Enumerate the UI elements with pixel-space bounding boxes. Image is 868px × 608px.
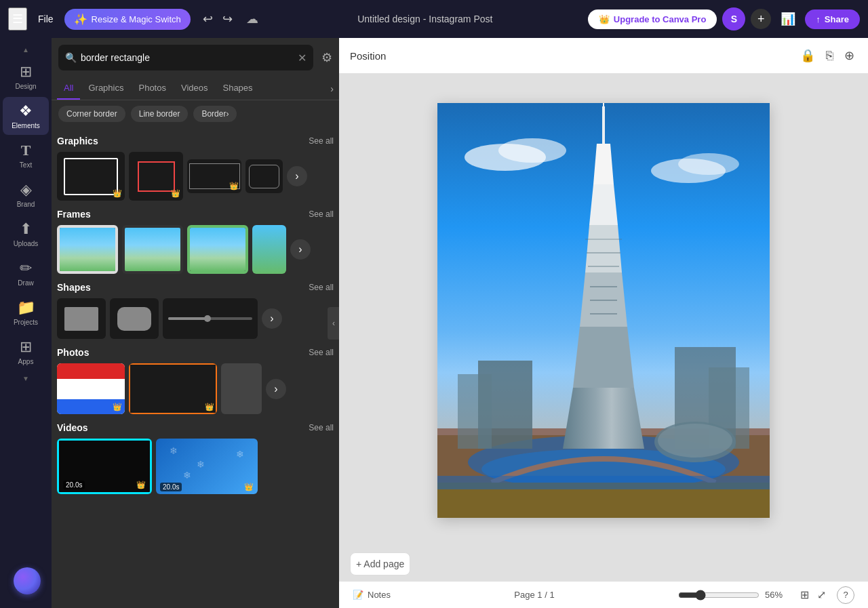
snowflake-2: ❄ xyxy=(197,459,205,470)
sidebar-item-label-draw: Draw xyxy=(18,279,33,287)
svg-point-25 xyxy=(678,153,739,175)
shape-item-1[interactable] xyxy=(57,298,106,339)
sidebar-item-text[interactable]: T Text xyxy=(3,136,49,174)
magic-dot-button[interactable] xyxy=(14,567,41,594)
sidebar-item-draw[interactable]: ✏ Draw xyxy=(3,254,49,292)
upgrade-label: Upgrade to Canva Pro xyxy=(614,14,707,24)
photo-flag: 👑 xyxy=(57,363,125,414)
fullscreen-button[interactable]: ⤢ xyxy=(814,586,829,604)
hide-panel-button[interactable]: ‹ xyxy=(328,307,339,340)
burj-khalifa-svg xyxy=(437,103,770,518)
svg-marker-11 xyxy=(585,225,622,272)
file-menu-button[interactable]: File xyxy=(33,11,59,27)
graphic-item-4[interactable] xyxy=(245,159,283,193)
design-icon: ⊞ xyxy=(20,63,32,81)
tab-photos[interactable]: Photos xyxy=(132,77,172,100)
photo-item-2[interactable]: 👑 xyxy=(129,363,217,414)
shapes-grid: › xyxy=(57,298,334,339)
notes-button[interactable]: 📝 Notes xyxy=(353,590,391,600)
sidebar-item-apps[interactable]: ⊞ Apps xyxy=(3,333,49,371)
filter-chip-border-more[interactable]: Border› xyxy=(193,106,237,122)
crown-badge-1: 👑 xyxy=(113,189,122,198)
sidebar-item-elements[interactable]: ❖ Elements xyxy=(3,97,49,135)
video-item-1[interactable]: 20.0s 👑 xyxy=(57,439,152,494)
add-page-bar: + Add page xyxy=(339,547,868,581)
photos-see-all-button[interactable]: See all xyxy=(309,348,334,357)
filter-chip-corner-border[interactable]: Corner border xyxy=(58,106,125,122)
slider-fill xyxy=(168,317,206,320)
menu-button[interactable]: ☰ xyxy=(8,7,27,31)
frames-see-all-button[interactable]: See all xyxy=(309,209,334,219)
avatar[interactable]: S xyxy=(722,7,745,31)
magic-switch-label: Resize & Magic Switch xyxy=(92,14,181,24)
tabs-more-button[interactable]: › xyxy=(330,83,334,94)
upgrade-button[interactable]: 👑 Upgrade to Canva Pro xyxy=(588,9,717,29)
share-button[interactable]: ↑ Share xyxy=(805,9,860,29)
sidebar-item-design[interactable]: ⊞ Design xyxy=(3,58,49,96)
copy-button[interactable]: ⎘ xyxy=(823,45,836,66)
tab-all[interactable]: All xyxy=(57,77,80,100)
results-scroll[interactable]: Graphics See all 👑 👑 xyxy=(52,127,339,608)
document-title: Untitled design - Instagram Post xyxy=(268,14,583,24)
canvas-toolbar-title: Position xyxy=(350,50,386,62)
search-box: 🔍 ✕ ⚙ xyxy=(52,38,339,77)
analytics-button[interactable]: 📊 xyxy=(776,9,800,29)
upgrade-icon: 👑 xyxy=(599,14,610,24)
photo-crown-2: 👑 xyxy=(205,403,214,411)
add-page-button[interactable]: + Add page xyxy=(350,552,410,575)
graphics-see-all-button[interactable]: See all xyxy=(309,136,334,146)
shape-item-2[interactable] xyxy=(110,298,159,339)
frames-section-header: Frames See all xyxy=(57,209,334,220)
frame-item-2[interactable] xyxy=(122,225,183,274)
frame-item-1[interactable] xyxy=(57,225,118,274)
frame-item-4-partial[interactable] xyxy=(252,225,286,274)
frame-inner-2 xyxy=(125,228,180,271)
frames-next-button[interactable]: › xyxy=(290,239,311,260)
photos-section-header: Photos See all xyxy=(57,347,334,358)
search-input[interactable] xyxy=(81,52,298,63)
search-filter-button[interactable]: ⚙ xyxy=(321,50,332,65)
magic-switch-button[interactable]: ✨ Resize & Magic Switch xyxy=(64,9,191,30)
video-crown-2: 👑 xyxy=(244,483,254,491)
frame-item-3[interactable] xyxy=(187,225,248,274)
lock-button[interactable]: 🔒 xyxy=(797,45,818,66)
sidebar-item-uploads[interactable]: ⬆ Uploads xyxy=(3,215,49,253)
sidebar-item-label-apps: Apps xyxy=(18,358,34,365)
frame-sky-2 xyxy=(125,228,180,271)
zoom-control: 56% xyxy=(678,590,789,601)
search-clear-button[interactable]: ✕ xyxy=(298,52,307,64)
tab-videos[interactable]: Videos xyxy=(174,77,215,100)
grid-view-button[interactable]: ⊞ xyxy=(797,586,812,604)
shapes-see-all-button[interactable]: See all xyxy=(309,283,334,292)
undo-button[interactable]: ↩ xyxy=(199,9,217,29)
photo-item-3-partial[interactable] xyxy=(221,363,262,414)
add-canvas-button[interactable]: ⊕ xyxy=(842,45,857,66)
graphics-section: Graphics See all 👑 👑 xyxy=(57,136,334,201)
video-crown-1: 👑 xyxy=(136,481,146,489)
add-collaborator-button[interactable]: + xyxy=(751,9,771,29)
filter-chip-line-border[interactable]: Line border xyxy=(131,106,189,122)
sidebar-item-projects[interactable]: 📁 Projects xyxy=(3,293,49,331)
sidebar-item-brand[interactable]: ◈ Brand xyxy=(3,176,49,214)
canvas-viewport[interactable]: ↻ xyxy=(339,73,868,547)
sidebar-item-label-uploads: Uploads xyxy=(14,240,39,247)
photo-item-1[interactable]: 👑 xyxy=(57,363,125,414)
flag-red-stripe xyxy=(57,363,125,379)
graphic-item-1[interactable]: 👑 xyxy=(57,152,125,201)
photos-next-button[interactable]: › xyxy=(266,379,286,399)
svg-rect-19 xyxy=(588,266,619,267)
zoom-slider[interactable] xyxy=(678,590,760,601)
videos-see-all-button[interactable]: See all xyxy=(309,423,334,432)
tab-shapes[interactable]: Shapes xyxy=(216,77,259,100)
redo-button[interactable]: ↪ xyxy=(218,9,237,29)
graphic-item-3[interactable]: 👑 xyxy=(187,159,241,193)
frame-sky-1 xyxy=(60,228,115,271)
sidebar-item-label-projects: Projects xyxy=(14,319,38,326)
tab-graphics[interactable]: Graphics xyxy=(81,77,130,100)
help-button[interactable]: ? xyxy=(837,586,854,604)
graphics-next-button[interactable]: › xyxy=(287,166,307,186)
shape-slider[interactable] xyxy=(163,298,258,339)
graphic-item-2[interactable]: 👑 xyxy=(129,152,183,201)
video-item-2[interactable]: ❄ ❄ ❄ ❄ 20.0s 👑 xyxy=(156,439,258,494)
shapes-next-button[interactable]: › xyxy=(262,308,282,329)
